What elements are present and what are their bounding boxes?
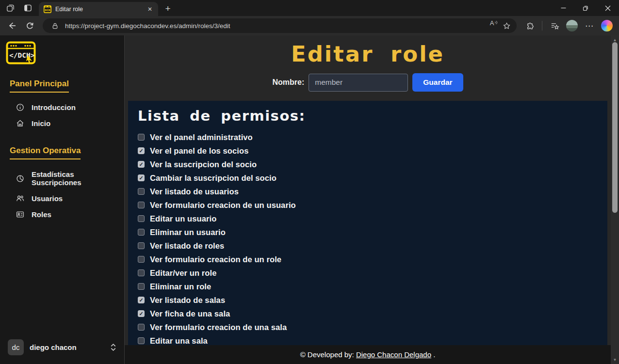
sidebar: </DCH> Panel Principal Introduccion [0,35,125,364]
permission-checkbox[interactable]: ✓ [138,147,145,154]
permission-row: ✓ Ver ficha de una sala [138,307,598,320]
avatar-photo [566,20,578,32]
window-restore-button[interactable] [574,0,597,16]
toolbar-divider [542,21,542,31]
sidebar-item-label: Inicio [32,119,50,127]
role-name-form: Nombre: Guardar [125,73,611,92]
permission-row: Ver el panel administrativo [138,130,598,144]
sidebar-item-estadisticas[interactable]: Estadísticas Suscripciones [0,166,124,190]
permission-label: Ver formulario creacion de un role [150,255,281,264]
permission-label: Editar/ver un role [150,269,217,278]
permission-row: ✓ Cambiar la suscripcion del socio [138,171,598,185]
back-icon[interactable] [5,18,19,33]
tab-bar: DCH Editar role ✕ + [0,0,619,16]
sidebar-item-inicio[interactable]: Inicio [0,115,124,131]
sidebar-item-usuarios[interactable]: Usuarios [0,190,124,206]
permission-checkbox[interactable] [138,256,145,263]
permission-row: ✓ Ver listado de salas [138,293,598,307]
permission-row: Ver formulario creacion de un usuario [138,198,598,212]
permission-checkbox[interactable] [138,188,145,195]
users-icon [16,194,24,203]
dch-logo[interactable]: </DCH> [6,41,36,64]
window-minimize-button[interactable] [552,0,574,16]
site-info-lock-icon[interactable] [49,19,61,32]
browser-tab[interactable]: DCH Editar role ✕ [39,2,158,16]
name-label: Nombre: [272,78,304,87]
permission-label: Ver formulario creacion de un usuario [150,201,296,210]
permission-label: Eliminar un usuario [150,228,226,237]
permission-checkbox[interactable]: ✓ [138,161,145,168]
main-content: Editar role Nombre: Guardar Lista de per… [125,35,611,364]
user-name: diego chacon [30,343,104,351]
permission-checkbox[interactable] [138,324,145,331]
permission-label: Ver listado de usuarios [150,187,239,196]
logo-text: </DCH> [9,51,35,59]
permissions-panel: Lista de permisos: Ver el panel administ… [128,101,607,345]
user-menu[interactable]: dc diego chacon [8,339,116,355]
sidebar-item-roles[interactable]: Roles [0,206,124,222]
extensions-icon[interactable] [522,18,537,33]
permission-row: Ver listado de usuarios [138,185,598,198]
address-bar[interactable]: https://project-gym.diegochacondev.es/ad… [43,18,517,33]
copilot-icon[interactable] [600,18,614,33]
sidebar-item-label: Roles [32,210,51,219]
window-close-button[interactable] [597,0,619,16]
permission-label: Cambiar la suscripcion del socio [150,174,277,183]
permission-checkbox[interactable] [138,202,145,208]
refresh-icon[interactable] [22,18,37,33]
scrollbar-thumb[interactable] [612,42,618,213]
save-button[interactable]: Guardar [412,73,463,92]
permission-row: Editar un usuario [138,212,598,225]
permission-label: Ver el panel de los socios [150,146,248,156]
permission-label: Ver listado de salas [150,296,225,305]
sidebar-section-panel-principal: Panel Principal [10,79,69,93]
permission-checkbox[interactable] [138,242,145,249]
permission-label: Eliminar un role [150,282,211,291]
permission-checkbox[interactable] [138,134,145,141]
settings-more-icon[interactable]: ⋯ [582,18,597,33]
permission-checkbox[interactable]: ✓ [138,297,145,303]
permission-checkbox[interactable] [138,215,145,222]
read-aloud-icon[interactable]: A [488,19,500,32]
sidebar-item-label: Usuarios [32,194,63,203]
chevron-up-down-icon [110,343,116,351]
workspaces-icon[interactable] [5,3,16,14]
permission-row: Eliminar un usuario [138,225,598,239]
scroll-down-icon[interactable]: ▼ [611,356,619,363]
vertical-scrollbar[interactable]: ▲ ▼ [611,35,619,364]
permission-row: ✓ Ver el panel de los socios [138,144,598,158]
permission-label: Ver listado de roles [150,241,224,251]
id-card-icon [16,210,24,219]
browser-toolbar: https://project-gym.diegochacondev.es/ad… [0,16,619,35]
tab-actions-icon[interactable] [22,3,33,14]
permission-checkbox[interactable]: ✓ [138,310,145,317]
sidebar-item-introduccion[interactable]: Introduccion [0,99,124,115]
permission-row: ✓ Ver la suscripcion del socio [138,158,598,171]
info-icon [16,103,24,111]
permission-checkbox[interactable]: ✓ [138,174,145,181]
permission-checkbox[interactable] [138,229,145,236]
tab-close-icon[interactable]: ✕ [146,5,154,14]
pie-chart-icon [16,174,24,183]
favorite-star-icon[interactable] [500,19,513,32]
footer: © Developed by: Diego Chacon Delgado . [125,345,611,364]
permission-row: Editar/ver un role [138,266,598,280]
author-link[interactable]: Diego Chacon Delgado [356,350,431,359]
permission-row: Ver listado de roles [138,239,598,253]
browser-window: DCH Editar role ✕ + [0,0,619,364]
new-tab-button[interactable]: + [161,2,175,16]
page-title: Editar role [125,41,611,67]
role-name-input[interactable] [309,74,408,92]
permission-row: Editar una sala [138,334,598,345]
sidebar-item-label: Introduccion [32,103,76,111]
permission-row: Eliminar un role [138,280,598,293]
favorites-hub-icon[interactable] [547,18,562,33]
permission-label: Editar una sala [150,336,208,346]
permission-row: Ver formulario creacion de una sala [138,320,598,334]
url-text[interactable]: https://project-gym.diegochacondev.es/ad… [65,22,488,30]
footer-text: © Developed by: [300,350,356,359]
permission-checkbox[interactable] [138,283,145,290]
permission-checkbox[interactable] [138,337,145,344]
permission-checkbox[interactable] [138,269,145,276]
profile-avatar[interactable] [565,18,579,33]
